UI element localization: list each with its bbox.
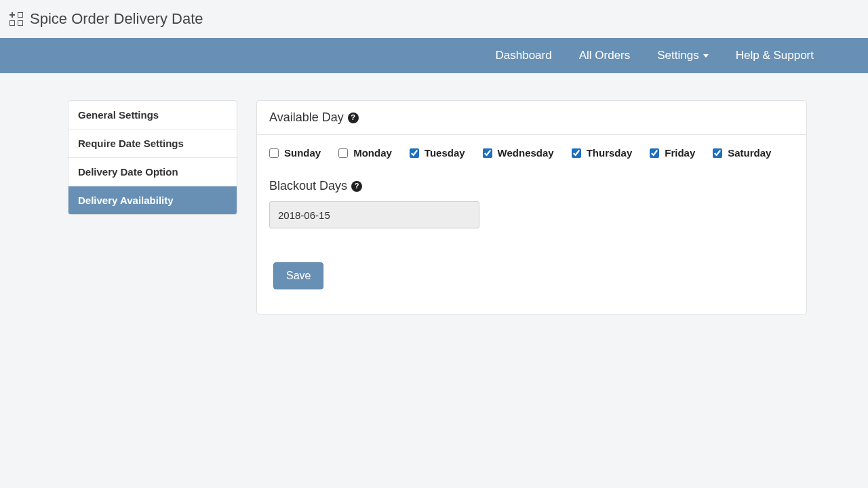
- page-content: General Settings Require Date Settings D…: [0, 73, 868, 314]
- main-navbar: Dashboard All Orders Settings Help & Sup…: [0, 38, 868, 73]
- day-friday[interactable]: Friday: [650, 147, 695, 159]
- day-label: Friday: [665, 147, 695, 159]
- day-friday-checkbox[interactable]: [650, 148, 659, 158]
- day-label: Thursday: [587, 147, 633, 159]
- nav-dashboard[interactable]: Dashboard: [496, 49, 552, 62]
- day-monday[interactable]: Monday: [338, 147, 392, 159]
- available-days-row: Sunday Monday Tuesday Wednesday Thursday: [269, 147, 794, 159]
- available-day-title: Available Day: [269, 110, 344, 125]
- sidebar-item-general-settings[interactable]: General Settings: [68, 101, 237, 129]
- day-tuesday[interactable]: Tuesday: [410, 147, 465, 159]
- day-saturday-checkbox[interactable]: [713, 148, 722, 158]
- settings-sidebar: General Settings Require Date Settings D…: [68, 100, 237, 215]
- day-wednesday[interactable]: Wednesday: [483, 147, 554, 159]
- available-day-header: Available Day ?: [257, 101, 806, 135]
- nav-help-support[interactable]: Help & Support: [736, 49, 814, 62]
- sidebar-item-label: Delivery Availability: [78, 195, 174, 206]
- day-sunday[interactable]: Sunday: [269, 147, 321, 159]
- day-thursday[interactable]: Thursday: [572, 147, 633, 159]
- day-monday-checkbox[interactable]: [338, 148, 348, 158]
- day-saturday[interactable]: Saturday: [713, 147, 771, 159]
- sidebar-item-label: General Settings: [78, 109, 159, 121]
- day-label: Saturday: [728, 147, 771, 159]
- sidebar-item-label: Require Date Settings: [78, 138, 184, 149]
- titlebar: Spice Order Delivery Date: [0, 0, 868, 38]
- day-tuesday-checkbox[interactable]: [410, 148, 419, 158]
- sidebar-item-delivery-availability[interactable]: Delivery Availability: [68, 186, 237, 214]
- day-sunday-checkbox[interactable]: [269, 148, 279, 158]
- app-title: Spice Order Delivery Date: [30, 10, 203, 28]
- card-body: Sunday Monday Tuesday Wednesday Thursday: [257, 135, 806, 289]
- nav-settings-label: Settings: [657, 49, 698, 62]
- sidebar-item-delivery-date-option[interactable]: Delivery Date Option: [68, 158, 237, 186]
- day-label: Wednesday: [498, 147, 554, 159]
- sidebar-item-label: Delivery Date Option: [78, 166, 178, 178]
- sidebar-item-require-date-settings[interactable]: Require Date Settings: [68, 129, 237, 158]
- help-icon[interactable]: ?: [348, 113, 359, 123]
- blackout-days-title: Blackout Days: [269, 179, 347, 193]
- chevron-down-icon: [703, 54, 709, 58]
- app-grid-icon: [9, 12, 23, 26]
- save-button[interactable]: Save: [273, 262, 323, 289]
- day-thursday-checkbox[interactable]: [572, 148, 581, 158]
- day-label: Tuesday: [425, 147, 465, 159]
- day-label: Monday: [353, 147, 392, 159]
- help-icon[interactable]: ?: [351, 181, 362, 192]
- blackout-date-input[interactable]: [269, 201, 479, 228]
- day-wednesday-checkbox[interactable]: [483, 148, 492, 158]
- blackout-days-header: Blackout Days ?: [269, 179, 794, 193]
- delivery-availability-panel: Available Day ? Sunday Monday Tuesday: [256, 100, 807, 314]
- nav-settings[interactable]: Settings: [657, 49, 708, 62]
- nav-all-orders[interactable]: All Orders: [579, 49, 631, 62]
- day-label: Sunday: [284, 147, 321, 159]
